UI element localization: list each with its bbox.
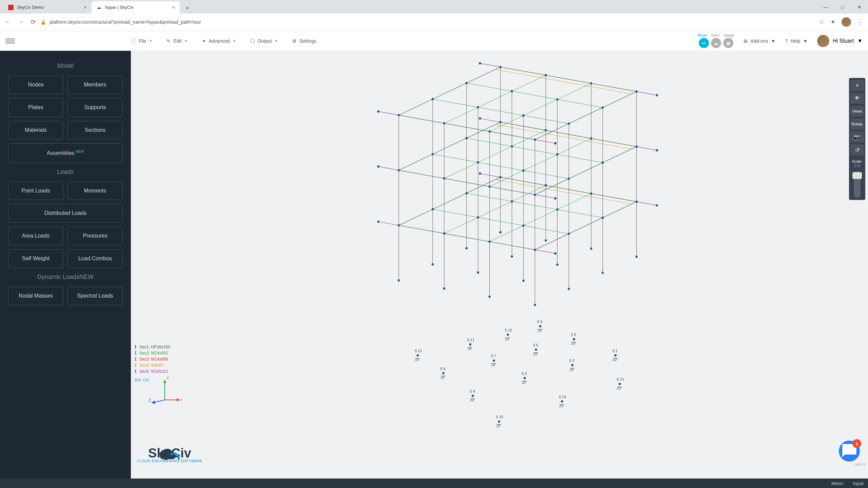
svg-line-41 — [495, 124, 632, 149]
svg-point-127 — [479, 62, 481, 65]
axis-indicator: Y X Z — [148, 376, 182, 410]
extensions-icon[interactable]: ✦ — [830, 18, 835, 26]
app: 📄File▼ ✎Edit▼ ✦Advanced▼ 🖵Output▼ ⚙Setti… — [0, 31, 868, 488]
close-button[interactable]: ✕ — [851, 1, 868, 14]
svg-point-92 — [511, 145, 513, 147]
sidebar-button-distributed-loads[interactable]: Distributed Loads — [8, 204, 123, 223]
menu-settings[interactable]: ⚙Settings — [292, 38, 317, 44]
hamburger-icon[interactable] — [5, 36, 15, 46]
camera-button[interactable]: 📷 — [850, 131, 864, 142]
user-menu[interactable]: Hi Stuart ▼ — [817, 35, 863, 47]
chevron-down-icon: ▼ — [184, 39, 188, 43]
views-button[interactable]: Views — [850, 106, 864, 117]
svg-point-144 — [573, 338, 575, 341]
svg-point-112 — [556, 98, 558, 101]
forward-button[interactable]: → — [18, 18, 24, 26]
svg-text:S 11: S 11 — [467, 338, 474, 342]
svg-point-71 — [499, 176, 502, 179]
legend-row: ISec4: W8x67 — [134, 362, 170, 368]
menu-icon[interactable]: ⋮ — [857, 18, 863, 26]
sidebar-button-spectral-loads[interactable]: Spectral Loads — [67, 287, 123, 305]
model-canvas[interactable]: S 1777S 2777S 3777S 4777S 5777S 6777S 77… — [131, 51, 868, 479]
design-mode-button[interactable]: ▦ — [723, 38, 733, 48]
solve-mode-button[interactable]: ☁ — [711, 38, 721, 48]
version-label: v4.9.1 — [855, 462, 865, 466]
sidebar-button-self-weight[interactable]: Self Weight — [8, 249, 63, 268]
svg-text:S 8: S 8 — [440, 367, 446, 371]
svg-line-22 — [490, 194, 591, 242]
nav-arrows: ← → ⟳ — [5, 18, 36, 26]
svg-point-126 — [554, 197, 557, 200]
sidebar-button-assemblies[interactable]: AssembliesNEW — [8, 143, 123, 163]
legend-row: ISec3: W14x808 — [134, 356, 170, 362]
svg-text:S 10: S 10 — [505, 328, 512, 332]
gear-icon: ⚙ — [292, 38, 297, 44]
sidebar-button-moments[interactable]: Moments — [67, 182, 123, 200]
back-button[interactable]: ← — [5, 18, 11, 26]
menu-advanced[interactable]: ✦Advanced▼ — [202, 38, 236, 44]
sidebar-button-load-combos[interactable]: Load Combos — [67, 249, 123, 268]
svg-point-100 — [601, 162, 604, 164]
svg-point-119 — [479, 172, 481, 175]
svg-line-47 — [444, 75, 546, 123]
model-mode-button[interactable]: ⚯ — [699, 38, 709, 48]
sidebar-button-materials[interactable]: Materials — [8, 121, 63, 140]
zoom-in-button[interactable]: + — [850, 80, 864, 91]
sidebar-button-plates[interactable]: Plates — [8, 98, 63, 117]
menu-edit[interactable]: ✎Edit▼ — [166, 38, 188, 44]
svg-text:S 5: S 5 — [571, 332, 576, 337]
visibility-button[interactable]: 👁 — [850, 93, 864, 104]
menu-output[interactable]: 🖵Output▼ — [250, 38, 278, 44]
svg-marker-179 — [177, 399, 180, 401]
svg-point-96 — [556, 153, 558, 156]
addons-button[interactable]: ⊞Add-ons▼ — [744, 38, 775, 44]
svg-text:S 1: S 1 — [612, 349, 618, 353]
close-icon[interactable]: × — [172, 4, 175, 10]
rotate-button[interactable]: Rotate — [850, 119, 864, 129]
svg-text:777: 777 — [533, 352, 538, 357]
svg-point-58 — [398, 279, 400, 282]
svg-point-121 — [656, 204, 658, 207]
star-icon[interactable]: ☆ — [819, 18, 824, 26]
sidebar-button-members[interactable]: Members — [67, 76, 123, 94]
sidebar-button-area-loads[interactable]: Area Loads — [8, 227, 63, 245]
help-button[interactable]: ?Help▼ — [785, 38, 807, 44]
sidebar-button-supports[interactable]: Supports — [67, 98, 123, 117]
file-icon: 📄 — [130, 38, 136, 44]
menu-file[interactable]: 📄File▼ — [130, 38, 152, 44]
structural-model[interactable]: S 1777S 2777S 3777S 4777S 5777S 6777S 77… — [131, 51, 868, 479]
browser-tab-1[interactable]: ☁ hypar | SkyCiv × — [92, 1, 180, 14]
chat-badge: 1 — [852, 439, 861, 448]
minimize-button[interactable]: — — [817, 1, 834, 14]
sidebar-button-pressures[interactable]: Pressures — [67, 227, 123, 245]
slider-thumb[interactable] — [852, 172, 862, 179]
svg-point-66 — [488, 296, 491, 298]
svg-point-90 — [398, 169, 400, 171]
reload-button[interactable]: ⟳ — [31, 18, 36, 26]
sidebar-button-nodal-masses[interactable]: Nodal Masses — [8, 287, 63, 305]
svg-text:777: 777 — [496, 424, 501, 428]
units-label[interactable]: Metric — [831, 481, 843, 486]
profile-avatar[interactable] — [842, 17, 851, 27]
svg-point-132 — [614, 354, 617, 357]
svg-point-78 — [443, 232, 446, 235]
svg-point-174 — [498, 420, 500, 423]
svg-marker-177 — [163, 380, 166, 383]
sidebar-button-point-loads[interactable]: Point Loads — [8, 182, 63, 200]
project-label[interactable]: hypar — [853, 481, 864, 486]
svg-text:777: 777 — [415, 358, 420, 362]
browser-tab-0[interactable]: SkyCiv Demo × — [3, 1, 92, 14]
pencil-icon: ✎ — [166, 38, 171, 44]
maximize-button[interactable]: □ — [834, 1, 851, 14]
new-tab-button[interactable]: + — [182, 3, 193, 14]
url-text: platform.skyciv.com/structural?preload_n… — [50, 19, 201, 25]
sidebar-button-sections[interactable]: Sections — [67, 121, 123, 140]
reset-button[interactable]: ↺ — [850, 144, 864, 155]
scale-slider[interactable] — [854, 171, 861, 198]
chat-button[interactable]: 1 — [839, 441, 860, 462]
sidebar-button-nodes[interactable]: Nodes — [8, 76, 63, 94]
close-icon[interactable]: × — [84, 4, 87, 10]
svg-line-21 — [444, 185, 546, 233]
site-icon: ☁ — [96, 5, 102, 10]
url-field[interactable]: 🔒 platform.skyciv.com/structural?preload… — [40, 19, 814, 25]
